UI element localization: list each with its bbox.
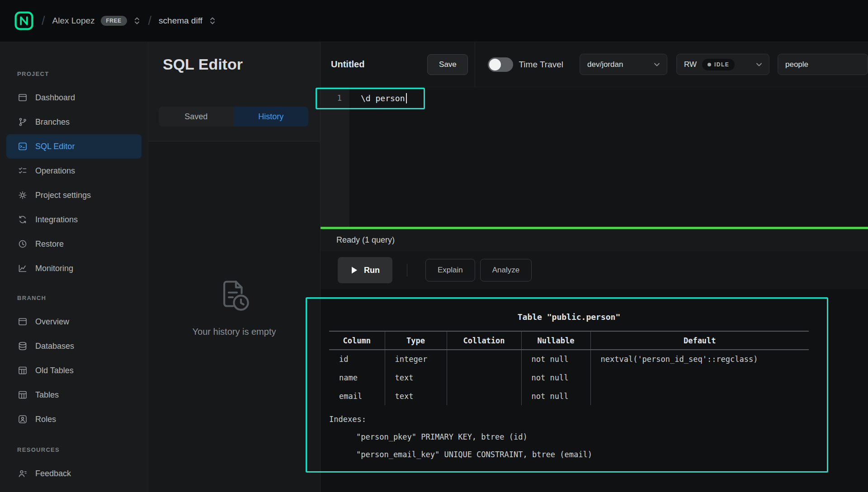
empty-history-document-clock-icon <box>215 277 253 317</box>
sidebar-item-feedback[interactable]: Feedback <box>0 461 148 486</box>
column-header: Collation <box>447 331 521 350</box>
analyze-button[interactable]: Analyze <box>480 259 532 281</box>
chevron-down-icon <box>756 63 762 66</box>
index-entry: "person_email_key" UNIQUE CONSTRAINT, bt… <box>329 446 809 464</box>
save-button[interactable]: Save <box>427 54 468 75</box>
run-button-label: Run <box>364 266 380 275</box>
compute-select[interactable]: RW IDLE <box>676 54 769 75</box>
sidebar-item-dashboard[interactable]: Dashboard <box>0 85 148 110</box>
topbar: / Alex Lopez FREE / schema diff <box>0 0 868 42</box>
code-input-area[interactable]: \d person <box>349 87 868 227</box>
results-table: Column Type Collation Nullable Default i… <box>329 331 809 405</box>
results-table-title: Table "public.person" <box>329 311 809 323</box>
breadcrumb-org: Alex Lopez FREE <box>52 15 141 27</box>
sidebar: PROJECT Dashboard Branches SQL Editor <box>0 42 148 492</box>
query-status: Ready (1 query) <box>321 229 868 251</box>
page-title: SQL Editor <box>148 42 320 75</box>
cell: text <box>385 368 447 387</box>
sidebar-item-old-tables[interactable]: Old Tables <box>0 358 148 383</box>
sidebar-item-integrations[interactable]: Integrations <box>0 207 148 232</box>
table-row: email text not null <box>329 387 809 405</box>
database-icon <box>17 341 28 351</box>
cell: not null <box>521 387 590 405</box>
history-list: Your history is empty <box>148 141 320 492</box>
query-title: Untitled <box>331 59 364 70</box>
play-icon <box>350 266 358 274</box>
sidebar-section-branch: BRANCH <box>0 291 148 305</box>
breadcrumb-separator: / <box>148 14 152 28</box>
results-output: Table "public.person" Column Type Collat… <box>329 311 809 464</box>
table-icon <box>17 389 28 400</box>
chevron-down-icon <box>654 63 660 66</box>
integrations-icon <box>17 214 28 225</box>
compute-status-badge: IDLE <box>702 59 735 70</box>
roles-icon <box>17 414 28 425</box>
sql-editor-panel: SQL Editor Saved History <box>148 42 320 492</box>
overview-icon <box>17 316 28 327</box>
project-switcher-chevrons-icon[interactable] <box>208 15 217 27</box>
column-header: Nullable <box>521 331 590 350</box>
results-panel: Table "public.person" Column Type Collat… <box>321 289 868 492</box>
gear-icon <box>17 190 28 201</box>
sidebar-item-overview[interactable]: Overview <box>0 309 148 334</box>
sidebar-item-project-settings[interactable]: Project settings <box>0 183 148 207</box>
tab-history[interactable]: History <box>234 107 309 127</box>
monitoring-chart-icon <box>17 263 28 274</box>
table-row: id integer not null nextval('person_id_s… <box>329 350 809 368</box>
cell <box>447 350 521 368</box>
text-cursor <box>406 93 407 103</box>
explain-button[interactable]: Explain <box>425 259 475 281</box>
sidebar-item-operations[interactable]: Operations <box>0 159 148 183</box>
sidebar-section-resources: RESOURCES <box>0 443 148 457</box>
query-header: Untitled Save Time Travel dev/jordan RW <box>321 42 868 87</box>
editor-gutter: 1 <box>321 87 349 227</box>
tab-saved[interactable]: Saved <box>159 107 234 127</box>
org-switcher-chevrons-icon[interactable] <box>133 15 141 27</box>
database-select-value: people <box>785 60 808 69</box>
neon-logo-icon[interactable] <box>14 10 34 31</box>
code-line-1: \d person <box>349 87 868 109</box>
compute-mode: RW <box>684 60 697 69</box>
cell: id <box>329 350 385 368</box>
cell: not null <box>521 350 590 368</box>
sidebar-item-branches[interactable]: Branches <box>0 110 148 134</box>
sidebar-item-tables[interactable]: Tables <box>0 383 148 407</box>
cell: name <box>329 368 385 387</box>
project-name: schema diff <box>159 16 203 26</box>
sidebar-item-databases[interactable]: Databases <box>0 334 148 358</box>
code-text: \d person <box>361 94 405 103</box>
sql-code-editor: 1 \d person <box>321 87 868 227</box>
cell: email <box>329 387 385 405</box>
table-row: name text not null <box>329 368 809 387</box>
sidebar-item-sql-editor[interactable]: SQL Editor <box>6 134 142 159</box>
cell: text <box>385 387 447 405</box>
results-header-row: Column Type Collation Nullable Default <box>329 331 809 350</box>
toolbar-divider <box>407 264 407 276</box>
database-select[interactable]: people <box>778 54 868 75</box>
sql-editor-icon <box>17 141 28 152</box>
branch-select[interactable]: dev/jordan <box>580 54 667 75</box>
sidebar-item-roles[interactable]: Roles <box>0 407 148 431</box>
dashboard-icon <box>17 92 28 103</box>
run-button[interactable]: Run <box>338 257 392 283</box>
org-name: Alex Lopez <box>52 16 95 26</box>
breadcrumb-project: schema diff <box>159 15 217 27</box>
indexes-label: Indexes: <box>329 411 809 428</box>
cell <box>590 387 809 405</box>
empty-history-label: Your history is empty <box>193 327 276 337</box>
operations-icon <box>17 165 28 176</box>
breadcrumb-separator: / <box>42 14 45 28</box>
branch-select-value: dev/jordan <box>587 60 623 69</box>
query-status-text: Ready (1 query) <box>336 235 395 245</box>
sidebar-item-restore[interactable]: Restore <box>0 232 148 256</box>
restore-clock-icon <box>17 239 28 249</box>
sidebar-item-monitoring[interactable]: Monitoring <box>0 256 148 281</box>
column-header: Default <box>590 331 809 350</box>
shell: PROJECT Dashboard Branches SQL Editor <box>0 42 868 492</box>
query-toolbar: Run Explain Analyze <box>321 251 868 289</box>
time-travel-toggle[interactable] <box>488 57 513 72</box>
feedback-icon <box>17 468 28 479</box>
cell <box>447 368 521 387</box>
saved-history-tabs: Saved History <box>159 107 308 127</box>
plan-badge: FREE <box>101 16 127 26</box>
